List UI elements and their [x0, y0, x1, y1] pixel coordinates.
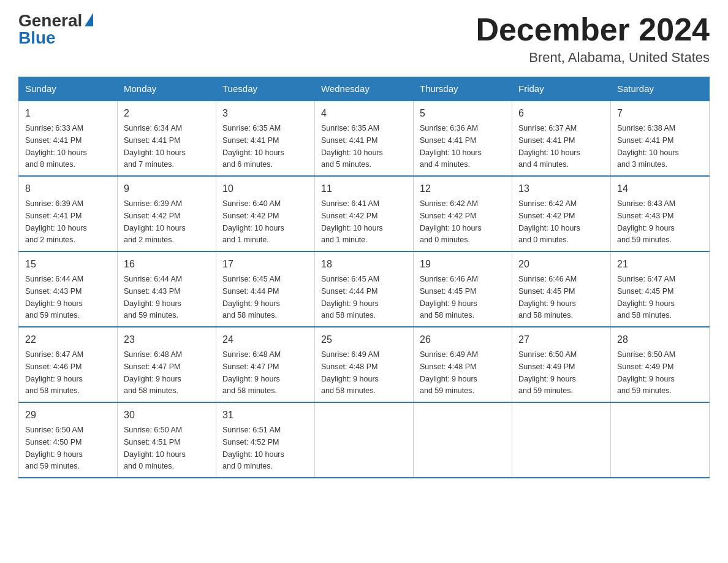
logo: General Blue: [18, 12, 93, 47]
logo-blue: Blue: [18, 29, 56, 47]
day-sun-info: Sunrise: 6:49 AM Sunset: 4:48 PM Dayligh…: [321, 350, 379, 395]
calendar-day-cell: 30Sunrise: 6:50 AM Sunset: 4:51 PM Dayli…: [118, 402, 216, 478]
day-number: 23: [124, 332, 210, 347]
calendar-day-cell: 23Sunrise: 6:48 AM Sunset: 4:47 PM Dayli…: [118, 327, 216, 402]
day-sun-info: Sunrise: 6:42 AM Sunset: 4:42 PM Dayligh…: [518, 199, 580, 244]
day-sun-info: Sunrise: 6:50 AM Sunset: 4:49 PM Dayligh…: [617, 350, 675, 395]
calendar-day-cell: 20Sunrise: 6:46 AM Sunset: 4:45 PM Dayli…: [512, 251, 611, 327]
logo-triangle-icon: [85, 13, 93, 26]
day-sun-info: Sunrise: 6:45 AM Sunset: 4:44 PM Dayligh…: [321, 275, 379, 320]
calendar-day-cell: 27Sunrise: 6:50 AM Sunset: 4:49 PM Dayli…: [512, 327, 611, 402]
calendar-day-cell: 6Sunrise: 6:37 AM Sunset: 4:41 PM Daylig…: [512, 101, 611, 176]
calendar-week-row: 22Sunrise: 6:47 AM Sunset: 4:46 PM Dayli…: [19, 327, 710, 402]
day-sun-info: Sunrise: 6:49 AM Sunset: 4:48 PM Dayligh…: [420, 350, 478, 395]
calendar-day-cell: 15Sunrise: 6:44 AM Sunset: 4:43 PM Dayli…: [19, 251, 118, 327]
day-sun-info: Sunrise: 6:39 AM Sunset: 4:41 PM Dayligh…: [25, 199, 87, 244]
day-number: 15: [25, 257, 111, 272]
day-sun-info: Sunrise: 6:33 AM Sunset: 4:41 PM Dayligh…: [25, 124, 87, 169]
day-number: 28: [617, 332, 703, 347]
calendar-day-cell: [611, 402, 710, 478]
calendar-day-cell: 9Sunrise: 6:39 AM Sunset: 4:42 PM Daylig…: [118, 176, 216, 251]
day-sun-info: Sunrise: 6:45 AM Sunset: 4:44 PM Dayligh…: [222, 275, 281, 320]
day-sun-info: Sunrise: 6:47 AM Sunset: 4:45 PM Dayligh…: [617, 275, 675, 320]
calendar-day-cell: 5Sunrise: 6:36 AM Sunset: 4:41 PM Daylig…: [414, 101, 512, 176]
day-sun-info: Sunrise: 6:44 AM Sunset: 4:43 PM Dayligh…: [25, 275, 83, 320]
title-area: December 2024 Brent, Alabama, United Sta…: [476, 12, 710, 66]
calendar-day-cell: 8Sunrise: 6:39 AM Sunset: 4:41 PM Daylig…: [19, 176, 118, 251]
calendar-day-cell: 7Sunrise: 6:38 AM Sunset: 4:41 PM Daylig…: [611, 101, 710, 176]
day-number: 14: [617, 182, 703, 196]
calendar-day-cell: 4Sunrise: 6:35 AM Sunset: 4:41 PM Daylig…: [315, 101, 414, 176]
day-number: 30: [124, 408, 210, 423]
day-number: 18: [321, 257, 407, 272]
calendar-day-cell: 22Sunrise: 6:47 AM Sunset: 4:46 PM Dayli…: [19, 327, 118, 402]
day-sun-info: Sunrise: 6:47 AM Sunset: 4:46 PM Dayligh…: [25, 350, 83, 395]
day-of-week-header: Thursday: [414, 77, 512, 101]
day-number: 26: [420, 332, 506, 347]
calendar-day-cell: [414, 402, 512, 478]
day-number: 4: [321, 106, 407, 121]
day-sun-info: Sunrise: 6:43 AM Sunset: 4:43 PM Dayligh…: [617, 199, 675, 244]
day-of-week-header: Friday: [512, 77, 611, 101]
day-number: 12: [420, 182, 506, 196]
logo-general: General: [18, 12, 82, 29]
day-sun-info: Sunrise: 6:50 AM Sunset: 4:50 PM Dayligh…: [25, 426, 83, 470]
day-sun-info: Sunrise: 6:46 AM Sunset: 4:45 PM Dayligh…: [518, 275, 577, 320]
calendar-day-cell: 19Sunrise: 6:46 AM Sunset: 4:45 PM Dayli…: [414, 251, 512, 327]
day-number: 10: [222, 182, 308, 196]
day-number: 24: [222, 332, 308, 347]
calendar-week-row: 8Sunrise: 6:39 AM Sunset: 4:41 PM Daylig…: [19, 176, 710, 251]
header: General Blue December 2024 Brent, Alabam…: [18, 12, 710, 66]
calendar-day-cell: 3Sunrise: 6:35 AM Sunset: 4:41 PM Daylig…: [216, 101, 315, 176]
calendar-day-cell: 14Sunrise: 6:43 AM Sunset: 4:43 PM Dayli…: [611, 176, 710, 251]
day-sun-info: Sunrise: 6:50 AM Sunset: 4:51 PM Dayligh…: [124, 426, 186, 470]
page-title: December 2024: [476, 12, 710, 47]
day-number: 31: [222, 408, 308, 423]
calendar-day-cell: 31Sunrise: 6:51 AM Sunset: 4:52 PM Dayli…: [216, 402, 315, 478]
day-sun-info: Sunrise: 6:34 AM Sunset: 4:41 PM Dayligh…: [124, 124, 186, 169]
calendar-day-cell: 21Sunrise: 6:47 AM Sunset: 4:45 PM Dayli…: [611, 251, 710, 327]
calendar-week-row: 15Sunrise: 6:44 AM Sunset: 4:43 PM Dayli…: [19, 251, 710, 327]
day-number: 7: [617, 106, 703, 121]
calendar-day-cell: 18Sunrise: 6:45 AM Sunset: 4:44 PM Dayli…: [315, 251, 414, 327]
calendar-day-cell: 11Sunrise: 6:41 AM Sunset: 4:42 PM Dayli…: [315, 176, 414, 251]
day-number: 3: [222, 106, 308, 121]
calendar-header-row: SundayMondayTuesdayWednesdayThursdayFrid…: [19, 77, 710, 101]
day-number: 1: [25, 106, 111, 121]
day-number: 19: [420, 257, 506, 272]
day-sun-info: Sunrise: 6:50 AM Sunset: 4:49 PM Dayligh…: [518, 350, 577, 395]
day-of-week-header: Sunday: [19, 77, 118, 101]
calendar-day-cell: 13Sunrise: 6:42 AM Sunset: 4:42 PM Dayli…: [512, 176, 611, 251]
day-sun-info: Sunrise: 6:42 AM Sunset: 4:42 PM Dayligh…: [420, 199, 482, 244]
day-number: 25: [321, 332, 407, 347]
day-of-week-header: Wednesday: [315, 77, 414, 101]
day-sun-info: Sunrise: 6:38 AM Sunset: 4:41 PM Dayligh…: [617, 124, 679, 169]
day-of-week-header: Monday: [118, 77, 216, 101]
day-sun-info: Sunrise: 6:46 AM Sunset: 4:45 PM Dayligh…: [420, 275, 478, 320]
calendar-week-row: 1Sunrise: 6:33 AM Sunset: 4:41 PM Daylig…: [19, 101, 710, 176]
day-sun-info: Sunrise: 6:44 AM Sunset: 4:43 PM Dayligh…: [124, 275, 182, 320]
calendar-day-cell: 10Sunrise: 6:40 AM Sunset: 4:42 PM Dayli…: [216, 176, 315, 251]
day-number: 2: [124, 106, 210, 121]
day-number: 5: [420, 106, 506, 121]
day-number: 9: [124, 182, 210, 196]
day-sun-info: Sunrise: 6:48 AM Sunset: 4:47 PM Dayligh…: [222, 350, 281, 395]
day-number: 27: [518, 332, 604, 347]
day-number: 11: [321, 182, 407, 196]
day-number: 21: [617, 257, 703, 272]
calendar-day-cell: 25Sunrise: 6:49 AM Sunset: 4:48 PM Dayli…: [315, 327, 414, 402]
day-of-week-header: Saturday: [611, 77, 710, 101]
day-sun-info: Sunrise: 6:41 AM Sunset: 4:42 PM Dayligh…: [321, 199, 383, 244]
page-subtitle: Brent, Alabama, United States: [476, 50, 710, 66]
calendar-day-cell: 1Sunrise: 6:33 AM Sunset: 4:41 PM Daylig…: [19, 101, 118, 176]
day-number: 29: [25, 408, 111, 423]
day-number: 20: [518, 257, 604, 272]
day-sun-info: Sunrise: 6:35 AM Sunset: 4:41 PM Dayligh…: [321, 124, 383, 169]
day-number: 13: [518, 182, 604, 196]
day-number: 22: [25, 332, 111, 347]
calendar-table: SundayMondayTuesdayWednesdayThursdayFrid…: [18, 77, 710, 478]
day-sun-info: Sunrise: 6:35 AM Sunset: 4:41 PM Dayligh…: [222, 124, 284, 169]
calendar-day-cell: 28Sunrise: 6:50 AM Sunset: 4:49 PM Dayli…: [611, 327, 710, 402]
calendar-day-cell: 2Sunrise: 6:34 AM Sunset: 4:41 PM Daylig…: [118, 101, 216, 176]
day-number: 16: [124, 257, 210, 272]
